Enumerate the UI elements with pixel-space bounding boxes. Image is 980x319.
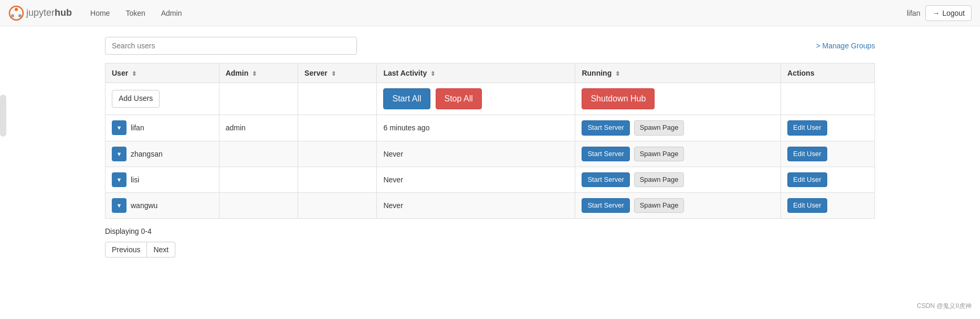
navbar-nav: Home Token Admin xyxy=(82,1,189,25)
svg-point-2 xyxy=(11,14,14,17)
nav-link-home[interactable]: Home xyxy=(82,1,118,25)
col-admin: Admin ⇕ xyxy=(219,64,298,83)
logout-label: Logout xyxy=(942,9,965,17)
nav-item-admin[interactable]: Admin xyxy=(153,1,190,25)
shutdown-hub-button[interactable]: Shutdown Hub xyxy=(582,88,655,109)
logout-button[interactable]: → Logout xyxy=(925,5,972,21)
spawn-page-button-1[interactable]: Spawn Page xyxy=(634,147,684,161)
stop-all-button[interactable]: Stop All xyxy=(436,88,482,109)
actions-cell-1: Edit User xyxy=(781,141,875,167)
admin-table: User ⇕ Admin ⇕ Server ⇕ Last Activity ⇕ … xyxy=(105,63,875,219)
last-activity-cell-0: 6 minutes ago xyxy=(377,115,575,141)
action-cell-last-activity: Start All Stop All xyxy=(377,83,575,115)
add-users-button[interactable]: Add Users xyxy=(112,90,160,108)
logout-icon: → xyxy=(932,9,940,17)
sort-icon-admin[interactable]: ⇕ xyxy=(252,70,257,77)
col-server: Server ⇕ xyxy=(298,64,377,83)
brand-text: jupyterhub xyxy=(26,7,72,18)
action-cell-user: Add Users xyxy=(106,83,219,115)
nav-link-admin[interactable]: Admin xyxy=(153,1,190,25)
search-row: > Manage Groups xyxy=(105,37,875,55)
sort-icon-last-activity[interactable]: ⇕ xyxy=(430,70,435,77)
table-row: ▼ lisi Never Start Server Spawn Page Edi… xyxy=(106,167,875,192)
last-activity-cell-1: Never xyxy=(377,141,575,167)
admin-cell-2 xyxy=(219,167,298,192)
jupyterhub-logo-icon xyxy=(8,5,24,21)
server-cell-3 xyxy=(298,192,377,218)
user-cell-2: ▼ lisi xyxy=(106,167,219,192)
brand-logo-link[interactable]: jupyterhub xyxy=(8,5,72,21)
admin-cell-3 xyxy=(219,192,298,218)
last-activity-cell-3: Never xyxy=(377,192,575,218)
username-0: lifan xyxy=(131,124,144,132)
table-row: ▼ wangwu Never Start Server Spawn Page E… xyxy=(106,192,875,218)
table-row: ▼ lifan admin 6 minutes ago Start Server… xyxy=(106,115,875,141)
running-cell-0: Start Server Spawn Page xyxy=(575,115,781,141)
navbar-username: lifan xyxy=(907,9,920,17)
action-row: Add Users Start All Stop All Shutdown Hu… xyxy=(106,83,875,115)
user-caret-3[interactable]: ▼ xyxy=(112,198,127,213)
col-last-activity: Last Activity ⇕ xyxy=(377,64,575,83)
displaying-text: Displaying 0-4 xyxy=(105,227,875,235)
nav-link-token[interactable]: Token xyxy=(118,1,153,25)
start-all-button[interactable]: Start All xyxy=(383,88,430,109)
col-actions: Actions xyxy=(781,64,875,83)
user-caret-2[interactable]: ▼ xyxy=(112,172,127,187)
main-content: > Manage Groups User ⇕ Admin ⇕ Server ⇕ … xyxy=(0,26,980,268)
svg-point-1 xyxy=(15,8,18,11)
username-1: zhangsan xyxy=(131,150,163,158)
actions-cell-3: Edit User xyxy=(781,192,875,218)
next-button[interactable]: Next xyxy=(147,242,175,258)
user-caret-1[interactable]: ▼ xyxy=(112,147,127,161)
user-cell-0: ▼ lifan xyxy=(106,115,219,141)
navbar: jupyterhub Home Token Admin lifan → Logo… xyxy=(0,0,980,26)
start-server-button-1[interactable]: Start Server xyxy=(582,147,629,161)
left-scrollbar[interactable] xyxy=(0,95,6,137)
search-input[interactable] xyxy=(105,37,357,55)
admin-cell-1 xyxy=(219,141,298,167)
start-server-button-3[interactable]: Start Server xyxy=(582,198,629,213)
col-running: Running ⇕ xyxy=(575,64,781,83)
table-header-row: User ⇕ Admin ⇕ Server ⇕ Last Activity ⇕ … xyxy=(106,64,875,83)
spawn-page-button-2[interactable]: Spawn Page xyxy=(634,172,684,187)
action-cell-actions xyxy=(781,83,875,115)
running-cell-2: Start Server Spawn Page xyxy=(575,167,781,192)
action-cell-admin xyxy=(219,83,298,115)
action-cell-running: Shutdown Hub xyxy=(575,83,781,115)
actions-cell-0: Edit User xyxy=(781,115,875,141)
pagination-buttons: Previous Next xyxy=(105,242,875,258)
username-2: lisi xyxy=(131,176,139,184)
user-caret-0[interactable]: ▼ xyxy=(112,120,127,135)
edit-user-button-3[interactable]: Edit User xyxy=(787,198,827,213)
nav-item-home[interactable]: Home xyxy=(82,1,118,25)
previous-button[interactable]: Previous xyxy=(105,242,147,258)
pagination-row: Displaying 0-4 Previous Next xyxy=(105,227,875,258)
action-cell-server xyxy=(298,83,377,115)
edit-user-button-1[interactable]: Edit User xyxy=(787,147,827,161)
server-cell-1 xyxy=(298,141,377,167)
spawn-page-button-3[interactable]: Spawn Page xyxy=(634,198,684,213)
table-row: ▼ zhangsan Never Start Server Spawn Page… xyxy=(106,141,875,167)
running-cell-1: Start Server Spawn Page xyxy=(575,141,781,167)
running-cell-3: Start Server Spawn Page xyxy=(575,192,781,218)
start-server-button-0[interactable]: Start Server xyxy=(582,120,629,135)
sort-icon-user[interactable]: ⇕ xyxy=(132,70,136,77)
edit-user-button-2[interactable]: Edit User xyxy=(787,172,827,187)
svg-point-3 xyxy=(18,14,22,17)
col-user: User ⇕ xyxy=(106,64,219,83)
last-activity-cell-2: Never xyxy=(377,167,575,192)
nav-item-token[interactable]: Token xyxy=(118,1,153,25)
table-header: User ⇕ Admin ⇕ Server ⇕ Last Activity ⇕ … xyxy=(106,64,875,83)
user-cell-1: ▼ zhangsan xyxy=(106,141,219,167)
actions-cell-2: Edit User xyxy=(781,167,875,192)
sort-icon-server[interactable]: ⇕ xyxy=(331,70,336,77)
sort-icon-running[interactable]: ⇕ xyxy=(615,70,620,77)
manage-groups-link[interactable]: > Manage Groups xyxy=(816,42,875,50)
spawn-page-button-0[interactable]: Spawn Page xyxy=(634,120,684,135)
user-cell-3: ▼ wangwu xyxy=(106,192,219,218)
start-server-button-2[interactable]: Start Server xyxy=(582,172,629,187)
edit-user-button-0[interactable]: Edit User xyxy=(787,120,827,135)
server-cell-0 xyxy=(298,115,377,141)
username-3: wangwu xyxy=(131,201,157,210)
table-body: Add Users Start All Stop All Shutdown Hu… xyxy=(106,83,875,219)
